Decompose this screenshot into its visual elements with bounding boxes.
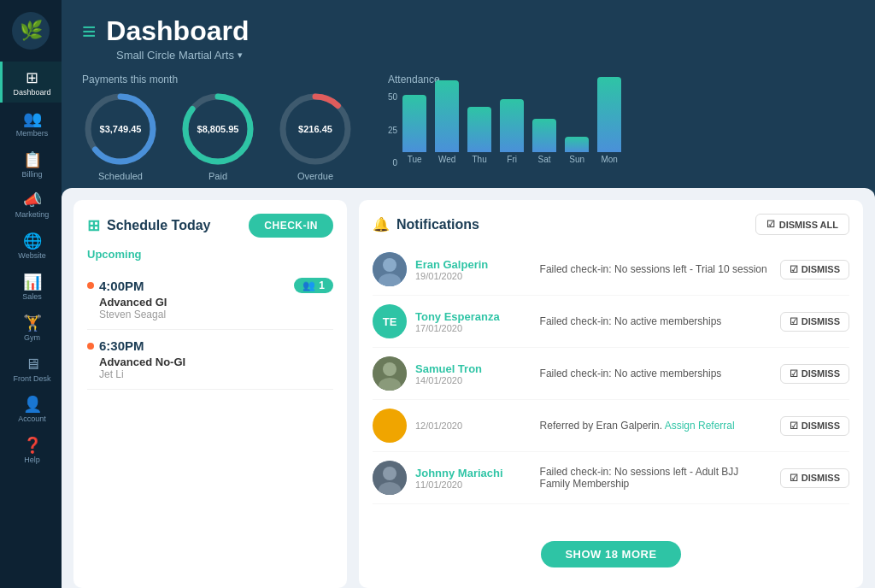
- sidebar-item-dashboard[interactable]: ⊞ Dashboard: [0, 62, 62, 103]
- dismiss-label: DISMISS: [802, 420, 840, 431]
- bar-day-label: Sun: [569, 155, 584, 164]
- sidebar-label-frontdesk: Front Desk: [13, 374, 50, 384]
- sidebar-item-gym[interactable]: 🏋 Gym: [0, 307, 62, 348]
- chart-bar: [565, 137, 589, 152]
- sidebar-item-account[interactable]: 👤 Account: [0, 388, 62, 429]
- checkmark-icon: ☑: [766, 219, 775, 230]
- sidebar-item-marketing[interactable]: 📣 Marketing: [0, 184, 62, 225]
- notification-content: Samuel Tron 14/01/2020: [415, 362, 531, 385]
- session-item: 6:30PM Advanced No-GI Jet Li: [87, 330, 333, 390]
- bar-group: Fri: [500, 99, 524, 164]
- gauge-label-overdue: Overdue: [297, 171, 333, 181]
- dismiss-all-button[interactable]: ☑ DISMISS ALL: [755, 214, 849, 235]
- bar-day-label: Fri: [507, 155, 517, 164]
- notification-date: 12/01/2020: [415, 420, 531, 431]
- notification-date: 17/01/2020: [415, 323, 531, 333]
- time-dot-icon: [87, 282, 94, 289]
- dismiss-button[interactable]: ☑ DISMISS: [780, 312, 849, 332]
- session-time-row: 6:30PM: [87, 338, 333, 353]
- sidebar-label-members: Members: [16, 129, 49, 138]
- gauge-label-scheduled: Scheduled: [98, 171, 143, 181]
- main-area: ≡ Dashboard Small Circle Martial Arts ▾ …: [62, 0, 875, 588]
- bar-group: Mon: [597, 77, 621, 164]
- bar-day-label: Sat: [538, 155, 551, 164]
- sidebar-label-billing: Billing: [21, 170, 42, 179]
- svg-point-7: [383, 258, 396, 272]
- bar-group: Tue: [402, 95, 426, 164]
- chart-bar: [597, 77, 621, 152]
- dismiss-button[interactable]: ☑ DISMISS: [780, 260, 849, 279]
- checkmark-icon: ☑: [790, 264, 798, 275]
- bell-icon: 🔔: [373, 216, 390, 232]
- sidebar-label-sales: Sales: [22, 292, 42, 302]
- schedule-header: ⊞ Schedule Today CHECK-IN: [87, 214, 333, 238]
- y-label-mid: 25: [388, 126, 397, 135]
- sidebar-item-website[interactable]: 🌐 Website: [0, 225, 62, 266]
- sidebar-label-help: Help: [24, 456, 40, 465]
- gauges-row: $3,749.45 Scheduled $8,805.95 Paid: [82, 91, 354, 181]
- gauge-paid: $8,805.95 Paid: [179, 91, 256, 181]
- notification-content: 12/01/2020: [415, 420, 531, 431]
- attendance-section: Attendance 50 25 0 TueWedThuFriSatSunMon: [388, 74, 854, 168]
- sidebar-item-billing[interactable]: 📋 Billing: [0, 144, 62, 185]
- notification-name[interactable]: Eran Galperin: [415, 258, 531, 271]
- sidebar-item-help[interactable]: ❓ Help: [0, 429, 62, 470]
- gauge-amount-scheduled: $3,749.45: [100, 124, 142, 134]
- chart-bar: [500, 99, 524, 152]
- chevron-down-icon: ▾: [238, 50, 243, 61]
- dismiss-label: DISMISS: [802, 473, 840, 483]
- dismiss-button[interactable]: ☑ DISMISS: [780, 468, 849, 488]
- assign-referral-link[interactable]: Assign Referral: [665, 420, 735, 432]
- notification-message: Failed check-in: No sessions left - Tria…: [540, 263, 772, 275]
- billing-icon: 📋: [23, 152, 42, 168]
- gauge-circle-paid: $8,805.95: [179, 91, 256, 168]
- sidebar-label-dashboard: Dashboard: [13, 88, 50, 97]
- gauge-circle-scheduled: $3,749.45: [82, 91, 159, 168]
- organization-switcher[interactable]: Small Circle Martial Arts ▾: [116, 49, 854, 62]
- session-instructor: Steven Seagal: [99, 309, 333, 320]
- notifications-title-text: Notifications: [396, 217, 479, 232]
- header: ≡ Dashboard Small Circle Martial Arts ▾: [62, 0, 875, 70]
- session-time-row: 4:00PM 👥 1: [87, 278, 333, 293]
- checkmark-icon: ☑: [790, 473, 798, 484]
- stats-row: Payments this month $3,749.45 Scheduled: [62, 70, 875, 188]
- session-instructor: Jet Li: [99, 368, 333, 380]
- avatar: [373, 409, 407, 443]
- gauge-scheduled: $3,749.45 Scheduled: [82, 91, 159, 181]
- dashboard-icon: ⊞: [26, 70, 38, 85]
- checkmark-icon: ☑: [790, 420, 798, 432]
- dismiss-button[interactable]: ☑ DISMISS: [780, 416, 849, 436]
- checkin-button[interactable]: CHECK-IN: [249, 214, 333, 238]
- gauge-label-paid: Paid: [208, 171, 227, 181]
- header-dashboard-icon: ≡: [82, 18, 96, 45]
- sales-icon: 📊: [23, 274, 42, 290]
- members-icon: 👥: [23, 111, 42, 126]
- dismiss-all-label: DISMISS ALL: [779, 220, 838, 230]
- bar-day-label: Thu: [473, 155, 487, 164]
- session-time-text: 4:00PM: [99, 279, 144, 293]
- session-time-text: 6:30PM: [99, 338, 144, 353]
- checkmark-icon: ☑: [790, 316, 798, 327]
- notification-name[interactable]: Tony Esperanza: [415, 310, 531, 323]
- notification-name[interactable]: Johnny Mariachi: [415, 467, 531, 479]
- website-icon: 🌐: [23, 233, 42, 249]
- show-more-row: SHOW 18 MORE: [373, 529, 849, 574]
- sidebar-nav: ⊞ Dashboard 👥 Members 📋 Billing 📣 Market…: [0, 62, 62, 588]
- notification-date: 11/01/2020: [415, 479, 531, 490]
- sidebar-item-members[interactable]: 👥 Members: [0, 103, 62, 144]
- attendee-badge[interactable]: 👥 1: [294, 278, 333, 293]
- dismiss-label: DISMISS: [802, 264, 840, 274]
- dismiss-label: DISMISS: [802, 316, 840, 326]
- frontdesk-icon: 🖥: [25, 356, 40, 372]
- dismiss-button[interactable]: ☑ DISMISS: [780, 364, 849, 384]
- chart-bar: [402, 95, 426, 152]
- payments-label: Payments this month: [82, 74, 354, 85]
- sidebar-item-frontdesk[interactable]: 🖥 Front Desk: [0, 348, 62, 389]
- notification-message: Referred by Eran Galperin. Assign Referr…: [540, 420, 772, 432]
- notification-content: Eran Galperin 19/01/2020: [415, 258, 531, 281]
- session-time: 6:30PM: [87, 338, 144, 353]
- sidebar-label-gym: Gym: [24, 333, 40, 343]
- sidebar-item-sales[interactable]: 📊 Sales: [0, 266, 62, 307]
- notification-name[interactable]: Samuel Tron: [415, 362, 531, 375]
- show-more-button[interactable]: SHOW 18 MORE: [541, 541, 680, 567]
